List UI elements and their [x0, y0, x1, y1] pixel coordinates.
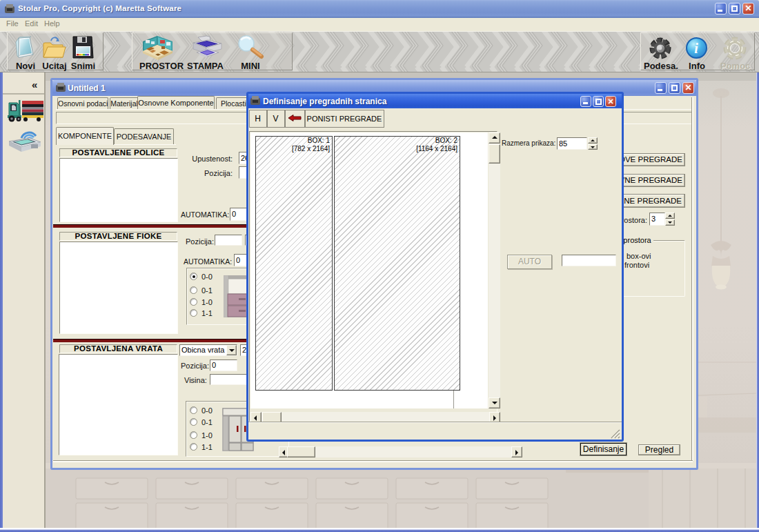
svg-text:i: i: [694, 41, 698, 56]
